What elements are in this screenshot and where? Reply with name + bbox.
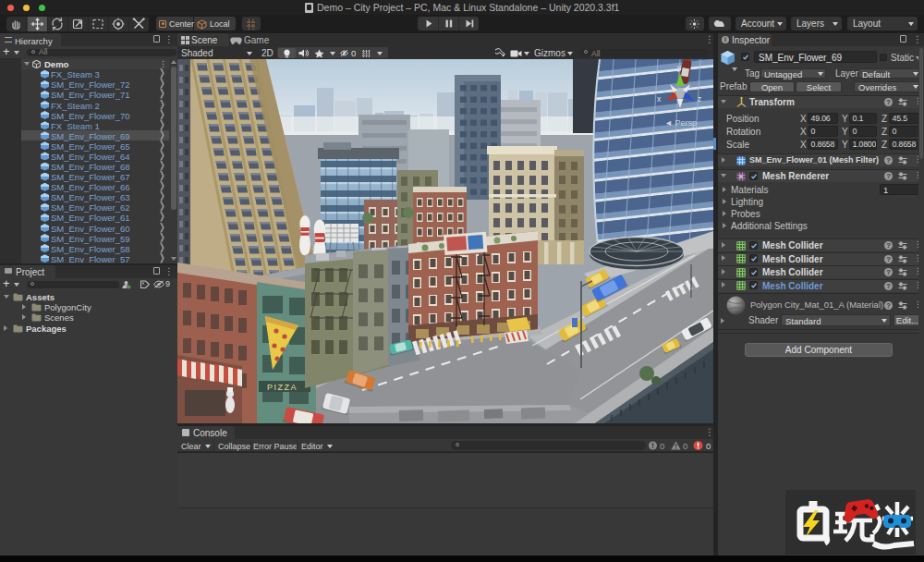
svg-text:◄ Persp: ◄ Persp: [664, 118, 697, 128]
svg-text:z: z: [698, 94, 701, 104]
